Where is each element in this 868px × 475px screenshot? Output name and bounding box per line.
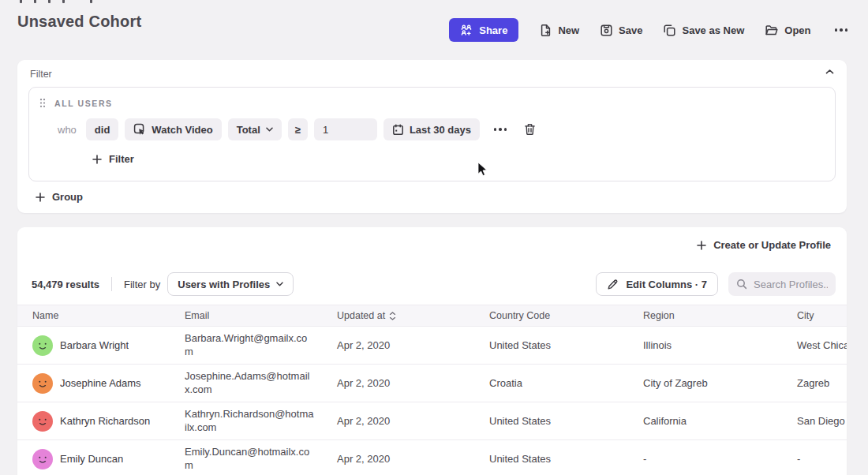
aggregation-chip[interactable]: Total [228, 118, 282, 140]
calendar-icon [392, 124, 404, 136]
filter-by-label: Filter by [124, 279, 160, 290]
search-icon [736, 279, 747, 290]
cell-region: Illinois [628, 339, 782, 351]
save-button-label: Save [619, 24, 642, 36]
header-more-options-icon[interactable] [832, 25, 851, 35]
column-header-country-code[interactable]: Country Code [474, 310, 628, 321]
column-header-email[interactable]: Email [170, 310, 322, 321]
duplicate-icon [663, 24, 676, 37]
avatar [32, 411, 53, 432]
cell-region: California [628, 415, 782, 427]
avatar [32, 373, 53, 394]
add-group-button[interactable]: Group [36, 191, 83, 203]
share-button-label: Share [479, 24, 507, 36]
table-row[interactable]: Barbara Wright Barbara.Wright@gmailx.com… [17, 327, 847, 365]
table-row[interactable]: Kathryn Richardson Kathryn.Richardson@ho… [17, 402, 847, 440]
operator-chip[interactable]: ≥ [288, 118, 308, 140]
column-header-updated-at[interactable]: Updated at [322, 310, 474, 321]
plus-icon [36, 193, 45, 202]
profile-name: Barbara Wright [60, 339, 129, 351]
folder-open-icon [765, 24, 779, 37]
cell-region: - [628, 453, 782, 465]
open-button[interactable]: Open [765, 18, 810, 42]
search-profiles-box[interactable] [728, 272, 836, 296]
profiles-dropdown-value: Users with Profiles [178, 279, 270, 290]
share-users-icon [460, 24, 473, 36]
event-chip[interactable]: Watch Video [125, 118, 221, 140]
pencil-icon [607, 279, 619, 290]
cell-name: Emily Duncan [17, 449, 170, 469]
cell-name: Kathryn Richardson [17, 411, 170, 432]
results-count: 54,479 results [32, 279, 99, 290]
threshold-value: 1 [323, 124, 328, 136]
new-button-label: New [558, 24, 579, 36]
table-row[interactable]: Josephine Adams Josephine.Adams@hotmailx… [17, 365, 847, 402]
did-chip-label: did [95, 124, 110, 136]
create-or-update-profile-button[interactable]: Create or Update Profile [697, 239, 831, 251]
cell-name: Barbara Wright [17, 335, 170, 356]
event-icon [133, 123, 146, 136]
cell-updated-at: Apr 2, 2020 [322, 453, 474, 465]
cell-country-code: United States [474, 415, 628, 427]
save-icon [600, 24, 613, 37]
behavior-clause-row: who did Watch Video Total [29, 118, 835, 140]
cell-updated-at: Apr 2, 2020 [322, 415, 474, 427]
clause-more-options-icon[interactable] [491, 125, 511, 134]
cell-city: San Diego [782, 415, 847, 427]
save-as-new-button[interactable]: Save as New [663, 18, 744, 42]
did-chip[interactable]: did [86, 118, 119, 140]
cell-region: City of Zagreb [628, 377, 782, 389]
profiles-type-dropdown[interactable]: Users with Profiles [167, 272, 294, 296]
cell-country-code: Croatia [474, 377, 628, 389]
page-header: Unsaved Cohort Share [0, 0, 868, 55]
table-body: Barbara Wright Barbara.Wright@gmailx.com… [17, 327, 847, 475]
new-file-icon [539, 24, 552, 37]
profiles-panel: Create or Update Profile 54,479 results … [17, 227, 847, 475]
cell-country-code: United States [474, 453, 628, 465]
new-button[interactable]: New [539, 18, 579, 42]
toolbar-right-group: Edit Columns · 7 [596, 272, 836, 296]
drag-handle-icon[interactable] [39, 98, 46, 108]
profiles-table: Name Email Updated at Country Code Regio… [17, 305, 847, 475]
add-filter-button[interactable]: Filter [92, 153, 134, 165]
chevron-down-icon [266, 127, 273, 132]
cell-updated-at: Apr 2, 2020 [322, 339, 474, 351]
page-title: Unsaved Cohort [17, 13, 141, 31]
profiles-toolbar: 54,479 results Filter by Users with Prof… [32, 272, 836, 296]
threshold-value-input[interactable]: 1 [314, 118, 377, 140]
collapse-chevron-icon[interactable] [824, 67, 836, 77]
cell-city: - [782, 453, 847, 465]
filter-panel: Filter ALL USERS who did [17, 60, 847, 213]
cell-name: Josephine Adams [17, 373, 170, 394]
search-profiles-input[interactable] [754, 279, 828, 290]
filter-panel-title: Filter [30, 69, 52, 80]
cell-email: Josephine.Adams@hotmailx.com [170, 370, 322, 396]
delete-clause-trash-icon[interactable] [522, 122, 537, 137]
save-as-new-button-label: Save as New [682, 24, 744, 36]
column-header-region[interactable]: Region [628, 310, 782, 321]
cohort-builder-screen: { "colors": { "accent": "#4f44e0", "page… [0, 0, 868, 475]
share-button[interactable]: Share [449, 18, 518, 42]
cell-email: Emily.Duncan@hotmailx.com [170, 446, 322, 472]
profile-name: Josephine Adams [60, 377, 141, 389]
date-range-chip[interactable]: Last 30 days [383, 118, 480, 140]
sort-icon[interactable] [389, 312, 396, 320]
profile-name: Emily Duncan [60, 453, 123, 465]
edit-columns-button[interactable]: Edit Columns · 7 [596, 272, 718, 296]
table-row[interactable]: Emily Duncan Emily.Duncan@hotmailx.com A… [17, 440, 847, 475]
profile-name: Kathryn Richardson [60, 415, 150, 427]
plus-icon [697, 241, 706, 250]
group-label: ALL USERS [54, 99, 113, 108]
toolbar-divider [111, 277, 112, 291]
create-profile-label: Create or Update Profile [713, 239, 831, 251]
event-chip-label: Watch Video [152, 124, 212, 136]
aggregation-chip-label: Total [237, 124, 260, 136]
avatar [32, 449, 53, 469]
date-range-chip-label: Last 30 days [410, 124, 471, 136]
column-header-name[interactable]: Name [17, 310, 170, 321]
column-header-city[interactable]: City [782, 310, 847, 321]
add-filter-label: Filter [109, 153, 134, 165]
save-button[interactable]: Save [600, 18, 642, 42]
cell-email: Kathryn.Richardson@hotmailx.com [170, 408, 322, 434]
avatar [32, 335, 53, 356]
